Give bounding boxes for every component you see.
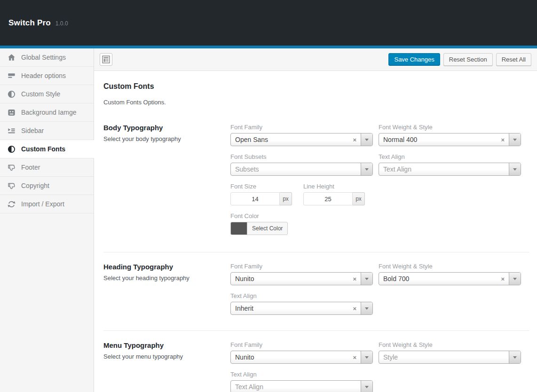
contrast-icon [7,144,16,154]
chevron-down-icon[interactable] [509,133,521,146]
menu-text-align-select[interactable]: Text Align [230,380,373,392]
app-version: 1.0.0 [55,20,68,27]
body-text-align-select[interactable]: Text Align [379,163,521,176]
sidebar-item-label: Header options [21,72,66,79]
layout-icon [102,55,110,63]
sidebar-item-header-options[interactable]: Header options [0,67,94,85]
hand-icon [7,163,16,172]
sidebar: Global Settings Header options Custom St… [0,48,94,392]
clear-icon[interactable]: × [348,273,361,285]
section-description: Select your menu typography [103,353,225,360]
field-label: Font Weight & Style [379,124,521,131]
select-value: Bold 700 [379,273,497,285]
sidebar-item-label: Custom Fonts [21,145,65,153]
select-color-label: Select Color [247,222,287,235]
select-value: Nunito [231,351,348,363]
app-header: Switch Pro 1.0.0 [0,0,537,46]
field-label: Font Family [230,341,373,348]
app-window: Switch Pro 1.0.0 Global Settings Header … [0,0,537,392]
unit-suffix: px [280,192,292,205]
section-heading-typography: Heading Typography Select your heading t… [103,252,529,322]
update-icon [7,199,16,209]
font-size-input[interactable] [230,192,280,205]
section-title: Menu Typography [103,341,225,349]
sidebar-item-label: Background Iamge [21,109,77,116]
heading-font-family-select[interactable]: Nunito × [230,272,373,285]
field-label: Font Family [230,124,373,131]
sidebar-item-sidebar[interactable]: Sidebar [0,122,94,140]
chevron-down-icon[interactable] [361,273,372,285]
chevron-down-icon[interactable] [509,351,521,363]
chevron-down-icon[interactable] [509,273,521,285]
field-label: Font Weight & Style [379,341,521,348]
select-placeholder: Subsets [231,163,361,175]
heading-text-align-select[interactable]: Inherit × [230,302,373,315]
sidebar-item-custom-fonts[interactable]: Custom Fonts [0,140,94,158]
clear-icon[interactable]: × [348,351,361,363]
chevron-down-icon[interactable] [361,133,372,146]
body-font-family-select[interactable]: Open Sans × [230,133,373,146]
field-label: Text Align [379,153,521,160]
settings-panel: Custom Fonts Custom Fonts Options. Body … [94,71,537,392]
sidebar-item-custom-style[interactable]: Custom Style [0,85,94,103]
chevron-down-icon[interactable] [361,163,372,175]
menu-font-family-select[interactable]: Nunito × [230,351,373,364]
section-title: Heading Typography [103,263,225,271]
sidebar-item-label: Global Settings [21,54,66,61]
clear-icon[interactable]: × [348,302,361,314]
chevron-down-icon[interactable] [361,381,372,392]
select-value: Normal 400 [379,133,497,146]
clear-icon[interactable]: × [497,133,509,146]
chevron-down-icon[interactable] [509,163,521,175]
sidebar-item-label: Custom Style [21,90,60,98]
section-description: Select your body typography [103,135,225,142]
field-label: Font Color [230,212,373,220]
sidebar-item-import-export[interactable]: Import / Export [0,195,94,213]
body-font-subsets-select[interactable]: Subsets [230,163,373,176]
reset-all-button[interactable]: Reset All [496,53,531,66]
clear-icon[interactable]: × [348,133,361,146]
app-title: Switch Pro [8,18,51,28]
sidebar-item-label: Footer [21,164,40,171]
section-body-typography: Body Typography Select your body typogra… [103,106,529,243]
page-subtitle: Custom Fonts Options. [103,99,529,106]
expand-options-button[interactable] [100,53,112,66]
field-label: Line Height [303,183,365,190]
chevron-down-icon[interactable] [361,302,372,314]
home-icon [7,53,16,62]
content-area: Save Changes Reset Section Reset All Cus… [94,48,537,392]
sidebar-item-footer[interactable]: Footer [0,158,94,177]
sidebar-item-label: Sidebar [21,127,44,134]
contrast-icon [7,89,16,99]
header-icon [7,71,16,80]
field-label: Font Size [230,183,292,190]
hand-icon [7,181,16,190]
clear-icon[interactable]: × [497,273,509,285]
select-placeholder: Text Align [231,381,361,392]
color-swatch [231,222,247,235]
smiley-icon [7,108,16,117]
field-label: Font Weight & Style [379,263,521,270]
reset-section-button[interactable]: Reset Section [443,53,493,66]
save-changes-button[interactable]: Save Changes [388,53,440,66]
indent-icon [7,126,16,135]
field-label: Font Subsets [230,153,373,160]
field-label: Text Align [230,371,373,378]
field-label: Text Align [230,292,373,299]
select-value: Inherit [231,302,348,314]
select-value: Nunito [231,273,348,285]
body-font-weight-select[interactable]: Normal 400 × [379,133,521,146]
select-color-button[interactable]: Select Color [230,222,288,235]
sidebar-item-background-image[interactable]: Background Iamge [0,103,94,122]
select-value: Open Sans [231,133,348,146]
menu-font-weight-select[interactable]: Style [379,351,521,364]
chevron-down-icon[interactable] [361,351,372,363]
line-height-input[interactable] [303,192,353,205]
field-label: Font Family [230,263,373,270]
sidebar-item-copyright[interactable]: Copyright [0,177,94,195]
heading-font-weight-select[interactable]: Bold 700 × [379,272,521,285]
select-placeholder: Text Align [379,163,509,175]
sidebar-item-label: Import / Export [21,200,64,208]
unit-suffix: px [353,192,365,205]
sidebar-item-global-settings[interactable]: Global Settings [0,48,94,67]
